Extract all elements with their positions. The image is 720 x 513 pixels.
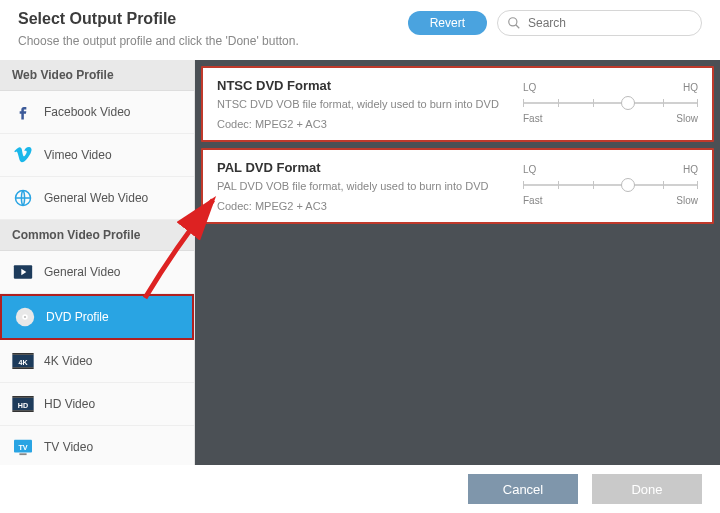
format-card-pal[interactable]: PAL DVD Format PAL DVD VOB file format, … xyxy=(201,148,714,224)
sidebar-item-vimeo[interactable]: Vimeo Video xyxy=(0,134,194,177)
quality-slider[interactable] xyxy=(523,178,698,192)
sidebar: Web Video Profile Facebook Video Vimeo V… xyxy=(0,60,195,468)
svg-text:HD: HD xyxy=(18,402,28,410)
sidebar-item-hd-video[interactable]: HD HD Video xyxy=(0,383,194,426)
slow-label: Slow xyxy=(676,195,698,206)
done-button[interactable]: Done xyxy=(592,474,702,504)
sidebar-item-facebook[interactable]: Facebook Video xyxy=(0,91,194,134)
format-title: NTSC DVD Format xyxy=(217,78,505,93)
page-title: Select Output Profile xyxy=(18,10,408,28)
page-subtitle: Choose the output profile and click the … xyxy=(18,34,408,48)
lq-label: LQ xyxy=(523,164,536,175)
svg-rect-9 xyxy=(12,367,33,369)
facebook-icon xyxy=(12,101,34,123)
svg-rect-8 xyxy=(12,353,33,355)
slow-label: Slow xyxy=(676,113,698,124)
tv-icon: TV xyxy=(12,436,34,458)
format-desc: PAL DVD VOB file format, widely used to … xyxy=(217,180,505,192)
footer: Cancel Done xyxy=(0,465,720,513)
format-list: NTSC DVD Format NTSC DVD VOB file format… xyxy=(195,60,720,468)
sidebar-item-label: TV Video xyxy=(44,440,93,454)
quality-slider[interactable] xyxy=(523,96,698,110)
search-input[interactable] xyxy=(497,10,702,36)
fast-label: Fast xyxy=(523,195,542,206)
svg-rect-13 xyxy=(12,410,33,412)
sidebar-item-general-web[interactable]: General Web Video xyxy=(0,177,194,220)
svg-text:4K: 4K xyxy=(18,359,28,367)
svg-rect-12 xyxy=(12,396,33,398)
disc-icon xyxy=(14,306,36,328)
format-card-ntsc[interactable]: NTSC DVD Format NTSC DVD VOB file format… xyxy=(201,66,714,142)
hq-label: HQ xyxy=(683,82,698,93)
hq-label: HQ xyxy=(683,164,698,175)
header: Select Output Profile Choose the output … xyxy=(0,0,720,60)
sidebar-item-label: General Video xyxy=(44,265,121,279)
sidebar-item-label: DVD Profile xyxy=(46,310,109,324)
sidebar-item-dvd-profile[interactable]: DVD Profile xyxy=(0,294,194,340)
hd-icon: HD xyxy=(12,393,34,415)
globe-icon xyxy=(12,187,34,209)
cancel-button[interactable]: Cancel xyxy=(468,474,578,504)
sidebar-item-label: 4K Video xyxy=(44,354,93,368)
svg-rect-17 xyxy=(19,453,26,455)
svg-point-0 xyxy=(509,18,517,26)
video-icon xyxy=(12,261,34,283)
lq-label: LQ xyxy=(523,82,536,93)
search-icon xyxy=(507,16,521,30)
format-codec: Codec: MPEG2 + AC3 xyxy=(217,200,505,212)
svg-line-1 xyxy=(516,25,520,29)
vimeo-icon xyxy=(12,144,34,166)
sidebar-item-4k-video[interactable]: 4K 4K Video xyxy=(0,340,194,383)
fast-label: Fast xyxy=(523,113,542,124)
4k-icon: 4K xyxy=(12,350,34,372)
sidebar-item-label: Facebook Video xyxy=(44,105,131,119)
revert-button[interactable]: Revert xyxy=(408,11,487,35)
sidebar-item-general-video[interactable]: General Video xyxy=(0,251,194,294)
search-box xyxy=(497,10,702,36)
section-header-common: Common Video Profile xyxy=(0,220,194,251)
sidebar-item-label: General Web Video xyxy=(44,191,148,205)
svg-point-6 xyxy=(24,316,26,318)
format-codec: Codec: MPEG2 + AC3 xyxy=(217,118,505,130)
format-desc: NTSC DVD VOB file format, widely used to… xyxy=(217,98,505,110)
sidebar-item-label: Vimeo Video xyxy=(44,148,112,162)
section-header-web: Web Video Profile xyxy=(0,60,194,91)
format-title: PAL DVD Format xyxy=(217,160,505,175)
sidebar-item-label: HD Video xyxy=(44,397,95,411)
sidebar-item-tv-video[interactable]: TV TV Video xyxy=(0,426,194,468)
svg-text:TV: TV xyxy=(18,443,27,452)
